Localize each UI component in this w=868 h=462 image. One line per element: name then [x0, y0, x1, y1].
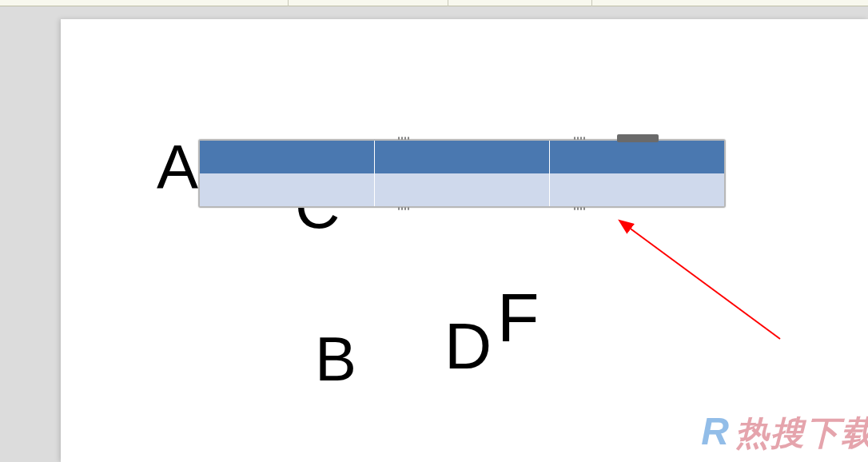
- watermark-prefix: R: [701, 410, 731, 452]
- text-box-b[interactable]: B: [315, 323, 356, 396]
- ribbon-divider: [591, 0, 592, 6]
- ribbon-divider: [288, 0, 289, 6]
- table-cell[interactable]: [550, 173, 724, 206]
- svg-line-1: [628, 227, 780, 339]
- rotate-handle[interactable]: [617, 134, 659, 142]
- resize-grip[interactable]: [569, 136, 590, 141]
- table-cell[interactable]: [200, 173, 375, 206]
- text-box-a[interactable]: A: [157, 131, 198, 204]
- ribbon-divider: [448, 0, 448, 6]
- watermark: R热搜下载: [701, 409, 868, 456]
- table-cell[interactable]: [375, 173, 550, 206]
- table-header-row[interactable]: [200, 141, 724, 173]
- text-box-d[interactable]: D: [444, 309, 492, 384]
- table-cell[interactable]: [200, 141, 375, 173]
- resize-grip[interactable]: [569, 206, 590, 211]
- table-cell[interactable]: [550, 141, 724, 173]
- table-object[interactable]: [198, 139, 726, 208]
- slide-canvas[interactable]: A C B D F R热搜下载: [61, 19, 868, 462]
- resize-grip[interactable]: [393, 136, 414, 141]
- resize-grip[interactable]: [393, 206, 414, 211]
- watermark-text: 热搜下载: [735, 414, 868, 452]
- table-cell[interactable]: [375, 141, 550, 173]
- table-body-row[interactable]: [200, 173, 724, 206]
- text-box-f[interactable]: F: [497, 278, 540, 357]
- ribbon-strip: [0, 0, 868, 6]
- arrow-annotation-icon: [612, 219, 796, 347]
